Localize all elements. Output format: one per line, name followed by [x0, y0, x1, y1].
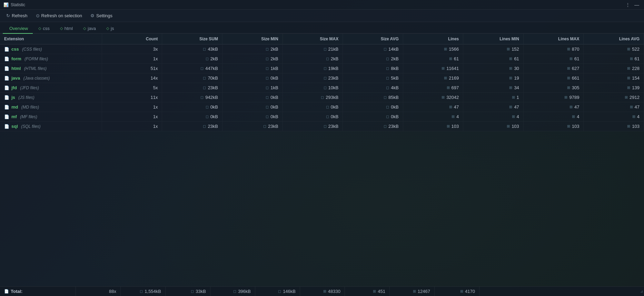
val-text: 8kB: [391, 66, 398, 71]
val-icon: ⊞: [627, 85, 630, 90]
settings-button[interactable]: ⚙ Settings: [87, 12, 116, 20]
val-text: 30: [514, 66, 519, 71]
cell-extension: 📄md (MD files): [0, 102, 102, 112]
tab-html[interactable]: ◇ html: [55, 24, 78, 34]
footer-cell-6: ⊞48330: [300, 287, 345, 296]
val-icon: ◻: [203, 76, 206, 80]
cell-lines_max: ⊞870: [523, 44, 584, 54]
cell-lines_min: ⊞30: [463, 64, 524, 73]
footer-cell-2: ◻1,554kB: [121, 287, 166, 296]
val-text: 19kB: [328, 66, 339, 71]
footer-file-icon: 📄: [4, 289, 9, 294]
cell-lines_avg: ⊞139: [584, 83, 644, 93]
tab-icon-js: ◇: [106, 26, 109, 31]
cell-lines_min: ⊞19: [463, 73, 524, 83]
val-icon: ⊞: [447, 124, 450, 129]
val-icon: ⊞: [567, 124, 570, 129]
cell-extension: 📄js (JS files): [0, 93, 102, 102]
col-header-lines[interactable]: Lines: [403, 34, 463, 44]
val-text: 0kB: [270, 75, 278, 81]
cell-lines_min: ⊞47: [463, 102, 524, 112]
minimize-button[interactable]: —: [633, 1, 641, 9]
ext-desc: (CSS files): [21, 47, 42, 52]
table-row: 📄java (Java classes)14x◻70kB◻0kB◻23kB◻5k…: [0, 73, 644, 83]
val-icon: ◻: [384, 47, 387, 51]
col-header-size-min[interactable]: Size MIN: [222, 34, 283, 44]
val-icon: ◻: [266, 76, 269, 80]
cell-lines_max: ⊞661: [523, 73, 584, 83]
val-icon: ⊞: [630, 57, 633, 61]
cell-lines: ⊞2169: [403, 73, 463, 83]
val-text: 11641: [446, 66, 459, 71]
col-header-extension[interactable]: Extension: [0, 34, 102, 44]
val-text: 152: [512, 47, 519, 52]
val-icon: ◻: [324, 47, 327, 51]
val-text: 10kB: [328, 85, 339, 90]
val-icon: ◻: [206, 105, 209, 109]
val-icon: ⊞: [509, 105, 512, 109]
col-header-count[interactable]: Count: [102, 34, 162, 44]
cell-count: 51x: [102, 64, 162, 73]
ext-name: js: [11, 95, 15, 100]
footer-val: 12467: [418, 289, 430, 294]
cell-extension: 📄sql (SQL files): [0, 122, 102, 131]
val-text: 1: [517, 95, 519, 100]
refresh-on-selection-button[interactable]: ⊙ Refresh on selection: [32, 12, 86, 20]
col-header-lines-max[interactable]: Lines MAX: [523, 34, 584, 44]
cell-size_min: ◻2kB: [222, 44, 283, 54]
col-header-size-max[interactable]: Size MAX: [283, 34, 343, 44]
cell-size_avg: ◻0kB: [343, 102, 403, 112]
col-header-lines-min[interactable]: Lines MIN: [463, 34, 524, 44]
refresh-button[interactable]: ↻ Refresh: [3, 12, 31, 20]
col-header-lines-avg[interactable]: Lines AVG: [584, 34, 644, 44]
val-text: 14x: [151, 75, 158, 81]
val-icon: ⊞: [627, 76, 630, 80]
val-text: 2kB: [331, 56, 338, 61]
val-text: 23kB: [268, 124, 278, 129]
more-options-button[interactable]: ⋮: [624, 1, 632, 9]
val-text: 1kB: [270, 85, 278, 90]
tab-js[interactable]: ◇ js: [101, 24, 119, 34]
val-text: 34: [514, 85, 519, 90]
val-text: 23kB: [208, 85, 218, 90]
resize-handle[interactable]: ⊿: [639, 289, 644, 294]
val-icon: ◻: [386, 114, 389, 119]
footer-val: 1,554kB: [145, 289, 161, 294]
tab-label-overview: Overview: [9, 26, 28, 31]
val-text: 61: [574, 56, 579, 61]
cell-size_max: ◻293kB: [283, 93, 343, 102]
val-text: 19: [514, 75, 519, 81]
cell-size_avg: ◻8kB: [343, 64, 403, 73]
val-text: 103: [572, 124, 579, 129]
val-text: 0kB: [270, 114, 278, 119]
val-text: 2912: [630, 95, 640, 100]
col-header-size-avg[interactable]: Size AVG: [343, 34, 403, 44]
val-text: 32042: [446, 95, 459, 100]
val-icon: ⊞: [567, 66, 570, 71]
table-row: 📄html (HTML files)51x◻447kB◻1kB◻19kB◻8kB…: [0, 64, 644, 73]
cell-lines: ⊞697: [403, 83, 463, 93]
footer-cell-9: ⊞4170: [435, 287, 479, 296]
tab-css[interactable]: ◇ css: [33, 24, 55, 34]
cell-lines: ⊞103: [403, 122, 463, 131]
val-icon: ◻: [321, 95, 324, 100]
col-header-size-sum[interactable]: Size SUM: [162, 34, 222, 44]
ext-name: css: [11, 47, 19, 52]
val-icon: ◻: [386, 85, 389, 90]
val-text: 697: [452, 85, 459, 90]
val-text: 2kB: [270, 56, 278, 61]
cell-size_max: ◻23kB: [283, 73, 343, 83]
cell-lines: ⊞32042: [403, 93, 463, 102]
val-icon: ⊞: [572, 114, 575, 119]
val-text: 0kB: [210, 114, 218, 119]
cell-size_max: ◻0kB: [283, 112, 343, 122]
tab-label-js: js: [111, 26, 114, 31]
val-text: 23kB: [328, 124, 339, 129]
file-icon: 📄: [4, 114, 9, 119]
tab-overview[interactable]: Overview: [3, 24, 33, 34]
cell-size_sum: ◻70kB: [162, 73, 222, 83]
cell-size_sum: ◻0kB: [162, 102, 222, 112]
val-icon: ◻: [200, 66, 204, 71]
cell-count: 1x: [102, 112, 162, 122]
tab-java[interactable]: ◇ java: [78, 24, 101, 34]
